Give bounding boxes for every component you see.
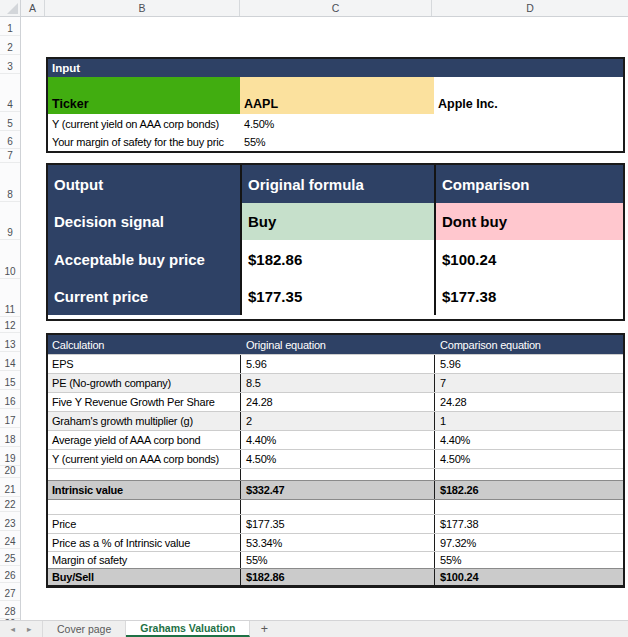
cell-original[interactable]: 5.96	[240, 355, 434, 373]
cell-comparison[interactable]: 1	[434, 412, 623, 430]
row-header-3[interactable]: 3	[0, 55, 20, 74]
row-header-11[interactable]: 11	[0, 279, 20, 317]
cell-label[interactable]: Margin of safety	[48, 552, 240, 568]
decision-original-cell[interactable]: Buy	[240, 203, 434, 240]
row-header-20[interactable]: 20	[0, 466, 20, 478]
cell-label[interactable]: Graham's growth multiplier (g)	[48, 412, 240, 430]
cell-label[interactable]: Y (current yield on AAA corp bonds)	[48, 118, 240, 130]
cell-comparison[interactable]: 4.50%	[434, 450, 623, 468]
decision-comparison-cell[interactable]: Dont buy	[434, 203, 623, 240]
column-header-d[interactable]: D	[432, 0, 628, 16]
next-sheet-icon[interactable]: ►	[26, 625, 33, 634]
cell-comparison[interactable]: 5.96	[434, 355, 623, 373]
row-header-6[interactable]: 6	[0, 131, 20, 149]
cell-comparison[interactable]: $177.38	[434, 515, 623, 533]
row-header-12[interactable]: 12	[0, 317, 20, 333]
original-formula-header-cell[interactable]: Original formula	[240, 165, 434, 203]
cell-label[interactable]: EPS	[48, 355, 240, 373]
row-header-8[interactable]: 8	[0, 163, 20, 202]
cell-label[interactable]: Acceptable buy price	[48, 240, 240, 278]
column-header-c[interactable]: C	[240, 0, 432, 16]
ticker-label-cell[interactable]: Ticker	[48, 77, 240, 114]
cell-label[interactable]	[48, 500, 240, 514]
row-header-1[interactable]: 1	[0, 17, 20, 36]
cell-original[interactable]: $177.35	[240, 278, 434, 315]
cell-label[interactable]: Y (current yield on AAA corp bonds)	[48, 450, 240, 468]
cell-label[interactable]: Buy/Sell	[48, 569, 240, 585]
cell-value[interactable]: 55%	[240, 136, 623, 148]
cell-original[interactable]: $332.47	[240, 481, 434, 499]
cell-original[interactable]: 4.40%	[240, 431, 434, 449]
tab-cover-page[interactable]: Cover page	[42, 621, 126, 637]
row-header-2[interactable]: 2	[0, 36, 20, 55]
cell-label[interactable]: Five Y Revenue Growth Per Share	[48, 393, 240, 411]
cell-comparison[interactable]: $100.24	[434, 569, 623, 585]
cell-label[interactable]: PE (No-growth company)	[48, 374, 240, 392]
calc-title-cell[interactable]: Calculation	[48, 335, 240, 354]
row-header-21[interactable]: 21	[0, 478, 20, 497]
cell-original[interactable]: $182.86	[240, 240, 434, 278]
cell-comparison[interactable]: 97.32%	[434, 534, 623, 551]
cell-comparison[interactable]: 24.28	[434, 393, 623, 411]
row-header-4[interactable]: 4	[0, 74, 20, 112]
company-name-cell[interactable]: Apple Inc.	[434, 77, 623, 114]
cell-label[interactable]: Price as a % of Intrinsic value	[48, 534, 240, 551]
cell-original[interactable]: $182.86	[240, 569, 434, 585]
output-title-cell[interactable]: Output	[48, 165, 240, 203]
row-header-7[interactable]: 7	[0, 149, 20, 163]
row-header-13[interactable]: 13	[0, 333, 20, 352]
cell-comparison[interactable]: 55%	[434, 552, 623, 568]
cell-original[interactable]: 55%	[240, 552, 434, 568]
cell-original[interactable]: 2	[240, 412, 434, 430]
comparison-header-cell[interactable]: Comparison	[434, 165, 623, 203]
input-section-title[interactable]: Input	[48, 59, 623, 77]
ticker-value-cell[interactable]: AAPL	[240, 77, 434, 114]
add-sheet-button[interactable]: +	[250, 621, 278, 637]
row-header-16[interactable]: 16	[0, 390, 20, 409]
prev-sheet-icon[interactable]: ◄	[9, 625, 16, 634]
cell-original[interactable]	[240, 469, 434, 480]
tab-grahams-valuation[interactable]: Grahams Valuation	[126, 621, 250, 637]
cell-original[interactable]: 24.28	[240, 393, 434, 411]
row-header-27[interactable]: 27	[0, 583, 20, 601]
cell-original[interactable]	[240, 500, 434, 514]
cell-comparison[interactable]: 7	[434, 374, 623, 392]
cell-comparison[interactable]: $177.38	[434, 278, 623, 315]
cell-value[interactable]: 4.50%	[240, 118, 623, 130]
cell-label[interactable]: Intrinsic value	[48, 481, 240, 499]
row-header-19[interactable]: 19	[0, 447, 20, 466]
comparison-equation-header-cell[interactable]: Comparison equation	[434, 335, 623, 354]
row-header-5[interactable]: 5	[0, 112, 20, 131]
row-header-14[interactable]: 14	[0, 352, 20, 371]
cell-label[interactable]: Average yield of AAA corp bond	[48, 431, 240, 449]
cell-comparison[interactable]: $182.26	[434, 481, 623, 499]
cell-label[interactable]	[48, 469, 240, 480]
cell-comparison[interactable]	[434, 469, 623, 480]
row-header-26[interactable]: 26	[0, 566, 20, 583]
row-header-9[interactable]: 9	[0, 202, 20, 240]
column-header-a[interactable]: A	[21, 0, 45, 16]
cell-label[interactable]: Your margin of safety for the buy pric	[48, 136, 240, 148]
row-header-10[interactable]: 10	[0, 240, 20, 279]
cell-label[interactable]: Decision signal	[48, 203, 240, 240]
row-header-22[interactable]: 22	[0, 497, 20, 512]
row-header-17[interactable]: 17	[0, 409, 20, 428]
cell-original[interactable]: $177.35	[240, 515, 434, 533]
row-header-25[interactable]: 25	[0, 549, 20, 566]
row-header-24[interactable]: 24	[0, 531, 20, 549]
column-header-b[interactable]: B	[45, 0, 240, 16]
cell-label[interactable]: Current price	[48, 278, 240, 315]
row-header-23[interactable]: 23	[0, 512, 20, 531]
cell-comparison[interactable]: 4.40%	[434, 431, 623, 449]
select-all-corner[interactable]	[0, 0, 21, 17]
cell-original[interactable]: 53.34%	[240, 534, 434, 551]
cell-comparison[interactable]: $100.24	[434, 240, 623, 278]
row-header-15[interactable]: 15	[0, 371, 20, 390]
row-header-18[interactable]: 18	[0, 428, 20, 447]
cell-comparison[interactable]	[434, 500, 623, 514]
cell-original[interactable]: 8.5	[240, 374, 434, 392]
row-header-28[interactable]: 28	[0, 601, 20, 619]
original-equation-header-cell[interactable]: Original equation	[240, 335, 434, 354]
cell-original[interactable]: 4.50%	[240, 450, 434, 468]
cell-label[interactable]: Price	[48, 515, 240, 533]
